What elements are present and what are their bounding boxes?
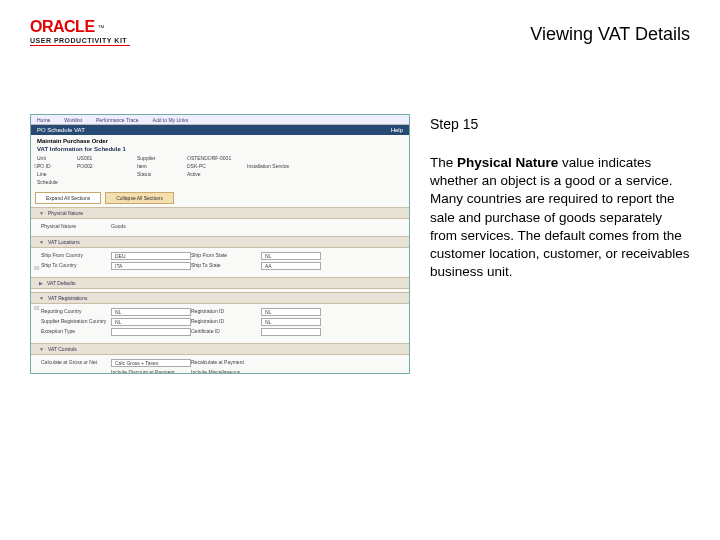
reporting-country-input[interactable]: NL bbox=[111, 308, 191, 316]
kit-label: USER PRODUCTIVITY KIT bbox=[30, 37, 130, 44]
triangle-down-icon: ▼ bbox=[39, 295, 44, 301]
step-description: The Physical Nature value indicates whet… bbox=[430, 154, 690, 282]
ss-value-unit: US001 bbox=[77, 155, 137, 161]
reporting-country-label: Reporting Country bbox=[41, 308, 111, 316]
shipto-country-label: Ship To Country bbox=[41, 262, 111, 270]
triangle-down-icon: ▼ bbox=[39, 239, 44, 245]
collapse-all-button[interactable]: Collapse All Sections bbox=[105, 192, 174, 204]
registration-id-label: Registration ID bbox=[191, 308, 261, 316]
physical-nature-label: Physical Nature bbox=[41, 223, 111, 229]
instruction-column: Step 15 The Physical Nature value indica… bbox=[430, 114, 690, 374]
ss-label-status: Status bbox=[137, 171, 187, 177]
shipfrom-country-label: Ship From Country bbox=[41, 252, 111, 260]
ss-window-title: PO Schedule VAT Help bbox=[31, 125, 409, 135]
triangle-right-icon: ▶ bbox=[39, 280, 43, 286]
supplier-reg-country-label: Supplier Registration Country bbox=[41, 318, 111, 326]
content-row: Home Worklist Performance Trace Add to M… bbox=[0, 54, 720, 374]
ss-nav-tabs: Home Worklist Performance Trace Add to M… bbox=[31, 115, 409, 125]
shipfrom-country-input[interactable]: DEU bbox=[111, 252, 191, 260]
brand-name: ORACLE bbox=[30, 18, 95, 36]
registration-id2-input[interactable]: NL bbox=[261, 318, 321, 326]
triangle-down-icon: ▼ bbox=[39, 210, 44, 216]
panel-physical-nature-header[interactable]: ▼ Physical Nature bbox=[31, 207, 409, 219]
ss-heading-block: Maintain Purchase Order VAT Information … bbox=[31, 135, 409, 152]
ss-ruler-mark: 60 bbox=[34, 265, 40, 271]
panel-vat-controls-header[interactable]: ▼ VAT Controls bbox=[31, 343, 409, 355]
certificate-id-input[interactable] bbox=[261, 328, 321, 336]
panel-vat-registrations-header[interactable]: ▼ VAT Registrations bbox=[31, 292, 409, 304]
ss-label-item: Item bbox=[137, 163, 187, 169]
ss-tab-worklist[interactable]: Worklist bbox=[64, 117, 82, 123]
registration-id-input[interactable]: NL bbox=[261, 308, 321, 316]
registration-id2-label: Registration ID bbox=[191, 318, 261, 326]
triangle-down-icon: ▼ bbox=[39, 346, 44, 352]
brand-block: ORACLE ™ USER PRODUCTIVITY KIT bbox=[30, 18, 130, 46]
desc-post: value indicates whether an object is a g… bbox=[430, 155, 690, 279]
physical-nature-value: Goods bbox=[111, 223, 191, 229]
panel-vat-controls-title: VAT Controls bbox=[48, 346, 77, 352]
recalc-payment-checkbox[interactable]: Recalculate at Payment bbox=[191, 359, 261, 367]
step-label: Step 15 bbox=[430, 116, 690, 132]
panel-vat-locations-header[interactable]: ▼ VAT Locations bbox=[31, 236, 409, 248]
ss-field-grid: Unit US001 Supplier OSTENDORF-0001 PO ID… bbox=[31, 152, 409, 188]
shipfrom-state-label: Ship From State bbox=[191, 252, 261, 260]
ss-label-unit: Unit bbox=[37, 155, 77, 161]
supplier-reg-country-input[interactable]: NL bbox=[111, 318, 191, 326]
shipto-country-input[interactable]: ITA bbox=[111, 262, 191, 270]
panel-vat-registrations-title: VAT Registrations bbox=[48, 295, 87, 301]
calc-gross-label: Calculate at Gross or Net bbox=[41, 359, 111, 367]
ss-tab-links[interactable]: Add to My Links bbox=[153, 117, 189, 123]
panel-physical-nature-body: Physical Nature Goods bbox=[31, 219, 409, 233]
shipfrom-state-input[interactable]: NL bbox=[261, 252, 321, 260]
page-header: ORACLE ™ USER PRODUCTIVITY KIT Viewing V… bbox=[0, 0, 720, 54]
shipto-state-input[interactable]: AA bbox=[261, 262, 321, 270]
ss-label-schedule: Schedule bbox=[37, 179, 77, 185]
trademark-icon: ™ bbox=[98, 24, 105, 31]
include-misc-checkbox[interactable]: Include Miscellaneous bbox=[191, 369, 261, 374]
ss-ruler-mark: 55* bbox=[34, 163, 42, 169]
ss-title-text: PO Schedule VAT bbox=[37, 127, 85, 133]
ss-tab-perf[interactable]: Performance Trace bbox=[96, 117, 139, 123]
brand-underline bbox=[30, 45, 130, 46]
exception-type-input[interactable] bbox=[111, 328, 191, 336]
certificate-id-label: Certificate ID bbox=[191, 328, 261, 336]
panel-vat-controls-body: Calculate at Gross or Net Calc Gross + T… bbox=[31, 355, 409, 374]
panel-vat-locations-body: Ship From Country DEU Ship From State NL… bbox=[31, 248, 409, 274]
ss-ruler-mark: 65 bbox=[34, 305, 40, 311]
expand-all-button[interactable]: Expand All Sections bbox=[35, 192, 101, 204]
calc-gross-select[interactable]: Calc Gross + Taxes bbox=[111, 359, 191, 367]
exception-type-label: Exception Type bbox=[41, 328, 111, 336]
ss-section-controls: Expand All Sections Collapse All Section… bbox=[31, 192, 409, 204]
panel-vat-defaults-title: VAT Defaults bbox=[47, 280, 76, 286]
ss-label-poid: PO ID bbox=[37, 163, 77, 169]
desc-pre: The bbox=[430, 155, 457, 170]
ss-value-poid: PO002 bbox=[77, 163, 137, 169]
panel-vat-defaults-header[interactable]: ▶ VAT Defaults bbox=[31, 277, 409, 289]
ss-label-supplier: Supplier bbox=[137, 155, 187, 161]
desc-bold: Physical Nature bbox=[457, 155, 558, 170]
ss-value-status: Active bbox=[187, 171, 247, 177]
ss-value-item: DSK-PC bbox=[187, 163, 247, 169]
panel-vat-registrations-body: Reporting Country NL Registration ID NL … bbox=[31, 304, 409, 340]
ss-value-itemdesc: Installation Service bbox=[247, 163, 297, 169]
page-title: Viewing VAT Details bbox=[530, 24, 690, 45]
embedded-screenshot: Home Worklist Performance Trace Add to M… bbox=[30, 114, 410, 374]
oracle-logo: ORACLE ™ bbox=[30, 18, 130, 36]
shipto-state-label: Ship To State bbox=[191, 262, 261, 270]
ss-label-line: Line bbox=[37, 171, 77, 177]
panel-physical-nature-title: Physical Nature bbox=[48, 210, 83, 216]
panel-vat-locations-title: VAT Locations bbox=[48, 239, 80, 245]
ss-help-link[interactable]: Help bbox=[391, 127, 403, 133]
ss-tab-home[interactable]: Home bbox=[37, 117, 50, 123]
ss-heading-main: Maintain Purchase Order bbox=[37, 138, 403, 144]
include-discount-checkbox[interactable]: Include Discount at Payment bbox=[111, 369, 191, 374]
ss-value-supplier: OSTENDORF-0001 bbox=[187, 155, 247, 161]
